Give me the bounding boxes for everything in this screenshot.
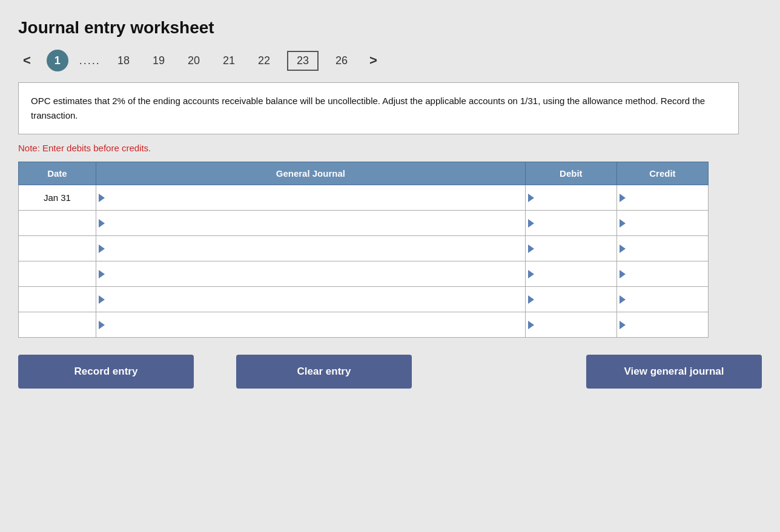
journal-cell-1[interactable] (96, 211, 525, 236)
debit-arrow-icon (528, 245, 534, 253)
debit-cell-2[interactable] (525, 236, 616, 261)
date-cell-1 (19, 211, 96, 236)
page-26[interactable]: 26 (329, 52, 354, 70)
table-row (19, 287, 709, 312)
debit-input-5[interactable] (534, 312, 616, 337)
description-text: OPC estimates that 2% of the ending acco… (31, 96, 705, 120)
journal-input-5[interactable] (105, 312, 525, 337)
credit-arrow-icon (620, 194, 626, 202)
credit-cell-0[interactable] (616, 185, 708, 211)
debit-cell-3[interactable] (525, 261, 616, 287)
page-18[interactable]: 18 (111, 52, 136, 70)
table-row (19, 211, 709, 236)
date-cell-4 (19, 287, 96, 312)
debit-arrow-icon (528, 219, 534, 228)
page-21[interactable]: 21 (217, 52, 241, 70)
journal-cell-0[interactable] (96, 185, 525, 211)
journal-table: Date General Journal Debit Credit Jan 31 (18, 162, 709, 338)
prev-arrow[interactable]: < (18, 50, 36, 71)
journal-arrow-icon (99, 245, 105, 253)
credit-arrow-icon (620, 270, 626, 278)
journal-cell-5[interactable] (96, 312, 525, 338)
table-row (19, 312, 709, 338)
journal-input-1[interactable] (105, 211, 525, 235)
journal-input-0[interactable] (105, 185, 525, 210)
header-debit: Debit (525, 162, 616, 185)
journal-cell-3[interactable] (96, 261, 525, 287)
credit-input-0[interactable] (626, 185, 708, 210)
journal-arrow-icon (99, 219, 105, 228)
description-box: OPC estimates that 2% of the ending acco… (18, 82, 739, 134)
record-entry-button[interactable]: Record entry (18, 355, 194, 389)
date-cell-5 (19, 312, 96, 338)
header-date: Date (19, 162, 96, 185)
debit-arrow-icon (528, 194, 534, 202)
credit-input-1[interactable] (626, 211, 708, 235)
debit-input-2[interactable] (534, 236, 616, 261)
next-arrow[interactable]: > (365, 50, 382, 71)
debit-cell-0[interactable] (525, 185, 616, 211)
view-general-journal-button[interactable]: View general journal (586, 355, 762, 389)
note-text: Note: Enter debits before credits. (18, 143, 762, 153)
pagination-dots: ..... (79, 54, 101, 67)
journal-cell-2[interactable] (96, 236, 525, 261)
debit-cell-1[interactable] (525, 211, 616, 236)
page-20[interactable]: 20 (182, 52, 206, 70)
debit-arrow-icon (528, 321, 534, 329)
journal-input-4[interactable] (105, 287, 525, 312)
page-1[interactable]: 1 (47, 50, 68, 71)
debit-input-1[interactable] (534, 211, 616, 235)
debit-cell-4[interactable] (525, 287, 616, 312)
date-cell-3 (19, 261, 96, 287)
credit-cell-1[interactable] (616, 211, 708, 236)
credit-arrow-icon (620, 295, 626, 304)
credit-input-3[interactable] (626, 261, 708, 286)
credit-input-2[interactable] (626, 236, 708, 261)
date-cell-0: Jan 31 (19, 185, 96, 211)
page-19[interactable]: 19 (147, 52, 171, 70)
debit-cell-5[interactable] (525, 312, 616, 338)
debit-arrow-icon (528, 295, 534, 304)
journal-arrow-icon (99, 321, 105, 329)
page-23[interactable]: 23 (287, 51, 319, 71)
action-buttons: Record entry Clear entry View general jo… (18, 355, 762, 389)
journal-arrow-icon (99, 270, 105, 278)
debit-input-3[interactable] (534, 261, 616, 286)
header-credit: Credit (616, 162, 708, 185)
page-title: Journal entry worksheet (18, 18, 762, 38)
credit-input-4[interactable] (626, 287, 708, 312)
journal-arrow-icon (99, 194, 105, 202)
debit-arrow-icon (528, 270, 534, 278)
credit-input-5[interactable] (626, 312, 708, 337)
credit-cell-2[interactable] (616, 236, 708, 261)
credit-arrow-icon (620, 219, 626, 228)
table-row (19, 261, 709, 287)
journal-input-2[interactable] (105, 236, 525, 261)
debit-input-0[interactable] (534, 185, 616, 210)
pagination: < 1 ..... 18 19 20 21 22 23 26 > (18, 50, 762, 71)
table-row: Jan 31 (19, 185, 709, 211)
credit-cell-5[interactable] (616, 312, 708, 338)
credit-arrow-icon (620, 245, 626, 253)
credit-cell-4[interactable] (616, 287, 708, 312)
clear-entry-button[interactable]: Clear entry (236, 355, 412, 389)
date-cell-2 (19, 236, 96, 261)
journal-arrow-icon (99, 295, 105, 304)
header-general-journal: General Journal (96, 162, 525, 185)
page-22[interactable]: 22 (252, 52, 276, 70)
debit-input-4[interactable] (534, 287, 616, 312)
journal-input-3[interactable] (105, 261, 525, 286)
table-row (19, 236, 709, 261)
credit-arrow-icon (620, 321, 626, 329)
credit-cell-3[interactable] (616, 261, 708, 287)
journal-cell-4[interactable] (96, 287, 525, 312)
